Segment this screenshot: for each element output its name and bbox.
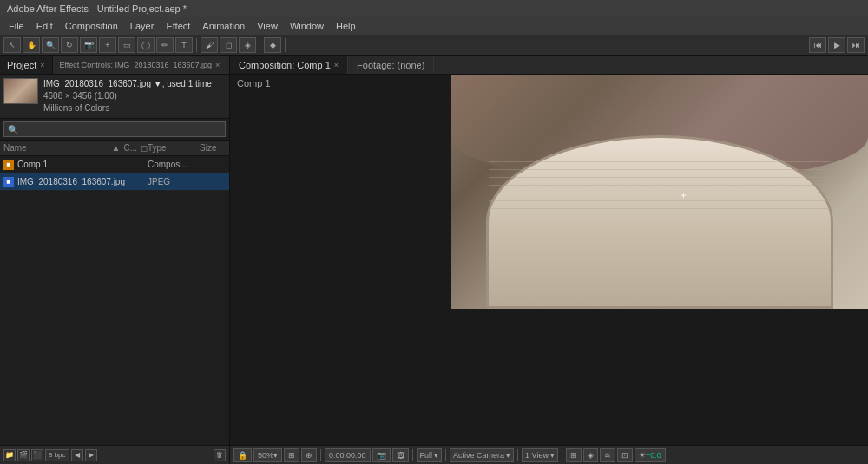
tool-eraser[interactable]: ◻ — [220, 37, 237, 53]
vc-snapshot[interactable]: 📷 — [372, 448, 391, 462]
vc-motion-blur[interactable]: ≋ — [600, 448, 615, 462]
toolbar: ↖ ✋ 🔍 ↻ 📷 + ▭ ◯ ✏ T 🖌 ◻ ◈ ◆ ⏮ ▶ ⏭ — [0, 35, 868, 56]
tool-mask-rect[interactable]: ▭ — [118, 37, 135, 53]
toolbar-sep-3 — [285, 38, 286, 52]
new-solid-btn[interactable]: ⬛ — [31, 449, 43, 461]
menu-view[interactable]: View — [252, 19, 283, 33]
tool-camera[interactable]: 📷 — [80, 37, 97, 53]
vc-sep-3 — [445, 449, 446, 461]
image-icon: ■ — [3, 177, 14, 187]
composition-preview: ✛ — [451, 75, 868, 309]
main-layout: Project × Effect Controls: IMG_20180316_… — [0, 56, 868, 464]
close-effect-tab[interactable]: × — [215, 61, 220, 69]
tool-text[interactable]: T — [175, 37, 193, 53]
project-file-details: IMG_20180316_163607.jpg ▼, used 1 time 4… — [43, 78, 212, 114]
menu-animation[interactable]: Animation — [197, 19, 250, 33]
menu-bar: File Edit Composition Layer Effect Anima… — [0, 17, 868, 35]
project-file-dimensions: 4608 × 3456 (1.00) — [43, 90, 212, 102]
col-sort-icon: ▲ — [112, 143, 121, 153]
tool-play-back[interactable]: ⏮ — [809, 37, 826, 53]
menu-file[interactable]: File — [3, 19, 30, 33]
file-list-header: Name ▲ C... ◻ Type Size — [0, 141, 229, 156]
vc-timecode[interactable]: 0:00:00:00 — [325, 448, 371, 462]
file-name-comp1: Comp 1 — [17, 160, 148, 169]
vc-quality[interactable]: Full ▾ — [417, 448, 443, 462]
vc-show-snapshot[interactable]: 🖼 — [392, 448, 409, 462]
tab-footage[interactable]: Footage: (none) — [348, 56, 434, 74]
tab-project[interactable]: Project × — [0, 56, 53, 74]
comp-icon: ■ — [3, 160, 14, 170]
vc-camera[interactable]: Active Camera ▾ — [450, 448, 514, 462]
delete-btn[interactable]: 🗑 — [214, 449, 226, 461]
col-size-header: Size — [200, 143, 226, 153]
project-file-info: IMG_20180316_163607.jpg ▼, used 1 time 4… — [3, 78, 226, 114]
col-type-header: Type — [148, 143, 200, 153]
panel-tabs: Project × Effect Controls: IMG_20180316_… — [0, 56, 229, 75]
arrow-left-btn[interactable]: ◀ — [71, 449, 83, 461]
vc-sep-1 — [320, 449, 321, 461]
vc-fit-btn[interactable]: ⊞ — [284, 448, 299, 462]
new-comp-btn[interactable]: 🎬 — [17, 449, 30, 461]
tool-hand[interactable]: ✋ — [23, 37, 40, 53]
tool-mask-ellipse[interactable]: ◯ — [137, 37, 155, 53]
tool-play-fwd[interactable]: ▶ — [828, 37, 845, 53]
col-c-header: C... — [123, 143, 137, 153]
vc-3d[interactable]: ⊡ — [617, 448, 633, 462]
menu-window[interactable]: Window — [285, 19, 329, 33]
tool-rotate[interactable]: ↻ — [61, 37, 78, 53]
menu-layer[interactable]: Layer — [125, 19, 160, 33]
file-row-comp1[interactable]: ■ Comp 1 Composi... — [0, 156, 229, 173]
tab-effect-controls[interactable]: Effect Controls: IMG_20180316_163607.jpg… — [53, 56, 228, 74]
vc-sep-4 — [517, 449, 518, 461]
menu-composition[interactable]: Composition — [60, 19, 123, 33]
menu-edit[interactable]: Edit — [31, 19, 58, 33]
toolbar-sep-1 — [196, 38, 197, 52]
close-project-tab[interactable]: × — [40, 61, 44, 69]
tool-brush[interactable]: 🖌 — [201, 37, 218, 53]
vc-zoom-in[interactable]: ⊕ — [301, 448, 317, 462]
viewer-area: Comp 1 ✛ — [230, 75, 868, 445]
project-search-area — [0, 119, 229, 141]
vc-always-preview[interactable]: 🔒 — [233, 448, 252, 462]
new-folder-btn[interactable]: 📁 — [3, 449, 16, 461]
file-type-img: JPEG — [148, 177, 200, 186]
menu-effect[interactable]: Effect — [161, 19, 195, 33]
tool-step-fwd[interactable]: ⏭ — [847, 37, 865, 53]
8bpc-btn[interactable]: 8 bpc — [45, 449, 69, 461]
tool-select[interactable]: ↖ — [3, 37, 21, 53]
close-comp-tab[interactable]: × — [334, 61, 339, 69]
vc-zoom-level[interactable]: 50% ▾ — [253, 448, 282, 462]
left-panel-bottom: 📁 🎬 ⬛ 8 bpc ◀ ▶ 🗑 — [0, 445, 229, 464]
viewer-controls: 🔒 50% ▾ ⊞ ⊕ 0:00:00:00 📷 🖼 Full ▾ Active… — [230, 445, 868, 464]
file-row-img[interactable]: ■ IMG_20180316_163607.jpg JPEG — [0, 173, 229, 191]
title-bar: Adobe After Effects - Untitled Project.a… — [0, 0, 868, 17]
vc-exposure[interactable]: ☀ +0.0 — [635, 448, 666, 462]
col-name-header: Name — [3, 143, 112, 153]
file-type-comp1: Composi... — [148, 160, 200, 169]
tool-zoom[interactable]: 🔍 — [42, 37, 59, 53]
cursor-position: ✛ — [681, 192, 686, 197]
search-input[interactable] — [3, 121, 226, 137]
project-file-colors: Millions of Colors — [43, 102, 212, 114]
vc-sep-5 — [562, 449, 562, 461]
tool-pen[interactable]: ✏ — [156, 37, 174, 53]
project-thumbnail — [3, 78, 38, 104]
tool-stamp[interactable]: ◈ — [239, 37, 256, 53]
app-title: Adobe After Effects - Untitled Project.a… — [7, 3, 187, 14]
tab-composition[interactable]: Composition: Comp 1 × — [230, 56, 348, 74]
file-name-img: IMG_20180316_163607.jpg — [17, 177, 148, 186]
file-list: ■ Comp 1 Composi... ■ IMG_20180316_16360… — [0, 156, 229, 445]
left-panel: Project × Effect Controls: IMG_20180316_… — [0, 56, 230, 464]
preview-bowl-lines — [489, 147, 831, 306]
comp-viewer-label: Comp 1 — [237, 78, 271, 88]
vc-grid[interactable]: ⊞ — [566, 448, 582, 462]
vc-view[interactable]: 1 View ▾ — [522, 448, 558, 462]
tool-anchor[interactable]: + — [99, 37, 116, 53]
arrow-right-btn[interactable]: ▶ — [85, 449, 97, 461]
right-area: Composition: Comp 1 × Footage: (none) Co… — [230, 56, 868, 464]
tool-shape[interactable]: ◆ — [264, 37, 281, 53]
menu-help[interactable]: Help — [331, 19, 361, 33]
vc-masks[interactable]: ◈ — [583, 448, 598, 462]
comp-panel-tabs: Composition: Comp 1 × Footage: (none) — [230, 56, 868, 75]
col-d-header: ◻ — [141, 143, 148, 153]
